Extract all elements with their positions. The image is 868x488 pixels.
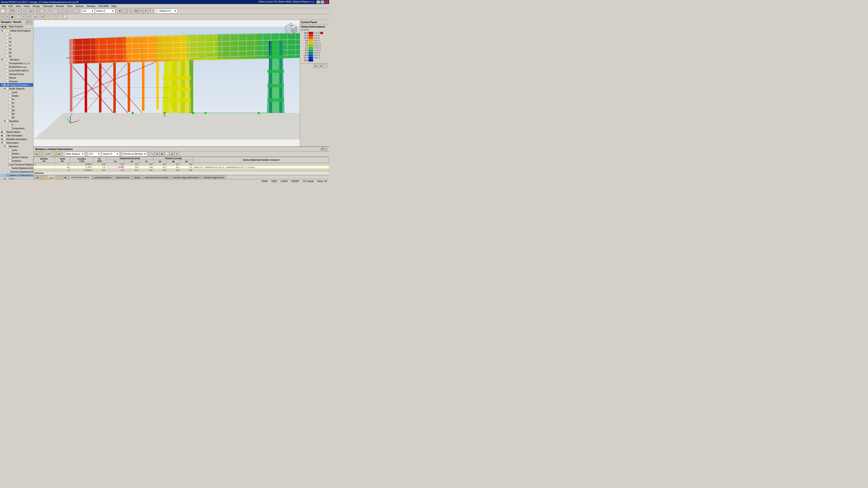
menu-results[interactable]: Results xyxy=(55,4,66,8)
open-button[interactable]: 📂 xyxy=(5,9,10,13)
checkbox[interactable]: ✓ xyxy=(6,73,8,75)
tree-uy[interactable]: ✓ uy xyxy=(0,40,33,43)
show-members-button[interactable]: ═ xyxy=(22,15,26,19)
rotate-button[interactable]: ↻ xyxy=(40,15,44,19)
nav-first-button[interactable]: ⏮ xyxy=(34,152,39,156)
minimize-button[interactable]: _ xyxy=(316,0,320,4)
pan-button[interactable]: ✋ xyxy=(44,15,49,19)
cp-settings-button[interactable]: ⊞ xyxy=(313,64,318,68)
tree-phi-y[interactable]: ✓ φy xyxy=(0,51,33,54)
tree-u[interactable]: ✓ u xyxy=(0,33,33,36)
checkbox[interactable]: ✓ xyxy=(6,62,8,65)
tab-nav-prev[interactable]: ⏪ xyxy=(41,175,48,179)
tree-my[interactable]: ✓ My xyxy=(0,112,33,116)
checkbox[interactable]: ✓ xyxy=(8,170,10,173)
checkbox[interactable]: ✓ xyxy=(3,141,6,144)
tab-global-deformations[interactable]: Global Deformations xyxy=(69,175,92,179)
tree-pz[interactable]: ✓ Pz xyxy=(0,105,33,108)
tree-outlines-deformed[interactable]: ✓ Outlines of Deformed Surfaces xyxy=(0,173,33,177)
member-button[interactable]: ═ xyxy=(63,9,67,13)
tab-nav-first[interactable]: ⏮ xyxy=(34,175,40,179)
show-results-button[interactable]: 📊 xyxy=(63,15,67,19)
tree-nodal-displacements[interactable]: ✓ Nodal Displacements xyxy=(0,166,33,170)
checkbox[interactable]: ✓ xyxy=(6,40,8,43)
lc-dropdown[interactable]: LC4▼ xyxy=(81,9,95,13)
lc-dropdown-bottom[interactable]: LC4▼ xyxy=(88,152,101,156)
viewport[interactable]: X Y Z 55.7 xyxy=(33,20,300,147)
cp-help-button[interactable]: ? xyxy=(323,64,328,68)
checkbox[interactable]: ✓ xyxy=(8,98,11,101)
tree-stresses[interactable]: ✓ Stresses xyxy=(0,79,33,83)
tree-phi-z[interactable]: ✓ φz xyxy=(0,54,33,58)
tree-resultant[interactable]: ▼ ✓ Resultant xyxy=(0,119,33,123)
top-button[interactable]: T xyxy=(148,9,153,13)
tree-strains[interactable]: ✓ Strains xyxy=(0,76,33,79)
menu-view[interactable]: View xyxy=(14,4,22,8)
checkbox[interactable]: ✓ xyxy=(8,109,11,111)
nav-prev-button[interactable]: ⏪ xyxy=(39,152,44,156)
tree-mz[interactable]: ✓ Mz xyxy=(0,116,33,119)
checkbox[interactable]: ✓ xyxy=(8,160,11,162)
solid-button[interactable]: ◼ xyxy=(10,15,14,19)
info-button[interactable]: ℹ xyxy=(175,152,179,156)
cp-gear-button[interactable]: ⚙ xyxy=(318,64,323,68)
tree-uz[interactable]: ✓ uz xyxy=(0,43,33,47)
checkbox[interactable]: ✓ xyxy=(8,152,11,155)
menu-help[interactable]: Help xyxy=(110,4,118,8)
tree-members[interactable]: ▼ ✓ 📁 Members xyxy=(0,58,33,61)
undo-button[interactable]: ↩ xyxy=(17,9,21,13)
tree-ux[interactable]: ✓ ux xyxy=(0,36,33,40)
menu-assign[interactable]: Assign xyxy=(31,4,41,8)
render-button[interactable]: 🎨 xyxy=(0,15,5,19)
nav-next-button[interactable]: ⏩ xyxy=(52,152,57,156)
checkbox[interactable]: ✓ xyxy=(8,102,11,104)
print-btn2[interactable]: 🖨 xyxy=(170,152,174,156)
tree-global[interactable]: ✓ Global xyxy=(0,94,33,98)
surface-button[interactable]: ▭ xyxy=(68,9,72,13)
osnap-indicator[interactable]: OSNAP xyxy=(291,180,299,183)
tab-internal-forces-by-section[interactable]: Internal Forces by Section xyxy=(143,175,170,179)
checkbox[interactable]: ✓ xyxy=(3,134,6,137)
nav-last-button[interactable]: ⏭ xyxy=(57,152,62,156)
checkbox[interactable]: ✓ xyxy=(6,87,8,90)
tree-px[interactable]: ✓ Px xyxy=(0,98,33,101)
settings-btn2[interactable]: ⚙ xyxy=(155,152,159,156)
checkbox[interactable]: ✓ xyxy=(3,29,6,32)
tree-principal-axes[interactable]: ✓ Principal Axes x, u, v xyxy=(0,61,33,65)
menu-tools[interactable]: Tools xyxy=(65,4,74,8)
tree-global-deformations[interactable]: ▼ ✓ 📁 Global Deformations xyxy=(0,29,33,33)
nav-right-button[interactable]: ▶ xyxy=(4,25,7,28)
tree-members2[interactable]: ▼ ✓ Members xyxy=(0,144,33,148)
checkbox[interactable]: ✓ xyxy=(6,47,8,50)
nav-left-button[interactable]: ◀ xyxy=(0,25,4,28)
maximize-button[interactable]: □ xyxy=(320,0,324,4)
tree-section[interactable]: ✓ Section xyxy=(0,152,33,156)
tab-nav-last[interactable]: ⏭ xyxy=(62,175,68,179)
menu-file[interactable]: File xyxy=(0,4,7,8)
checkbox[interactable]: ✓ xyxy=(6,51,8,54)
checkbox[interactable]: ✓ xyxy=(6,76,8,79)
checkbox[interactable]: ✓ xyxy=(6,55,8,57)
tree-internal-forces[interactable]: ✓ Internal Forces xyxy=(0,72,33,76)
checkbox[interactable]: ✓ xyxy=(8,123,11,126)
tree-title-info[interactable]: ▶ ✓ Title Information xyxy=(0,134,33,137)
checkbox[interactable]: ✓ xyxy=(3,138,6,140)
zoom-out-button[interactable]: 🔍 xyxy=(127,9,131,13)
menu-window[interactable]: Window xyxy=(85,4,97,8)
side-button[interactable]: S xyxy=(143,9,148,13)
lgrid-indicator[interactable]: LGRID xyxy=(281,180,288,183)
wire-button[interactable]: ◻ xyxy=(5,15,10,19)
checkbox[interactable]: ✓ xyxy=(8,127,11,130)
tree-extreme-displacement[interactable]: ✓ Extreme Displacement xyxy=(0,170,33,173)
redo-button[interactable]: ↪ xyxy=(22,9,26,13)
checkbox[interactable]: ✓ xyxy=(6,44,8,46)
tree-extremes[interactable]: ✓ Extremes xyxy=(0,159,33,163)
checkbox[interactable]: ✓ xyxy=(6,37,8,39)
tree-local[interactable]: ✓ Local xyxy=(0,90,33,94)
navigation-cube[interactable]: TOP FR RI xyxy=(284,22,298,35)
menu-cad-bim[interactable]: CAD-BIM xyxy=(97,4,110,8)
close-button[interactable]: × xyxy=(324,0,328,4)
checkbox[interactable]: ✓ xyxy=(6,145,8,148)
tree-support-reactions[interactable]: ▼ ✓ 📁 Support Reactions xyxy=(0,83,33,87)
print-button[interactable]: 🖨 xyxy=(28,9,33,13)
